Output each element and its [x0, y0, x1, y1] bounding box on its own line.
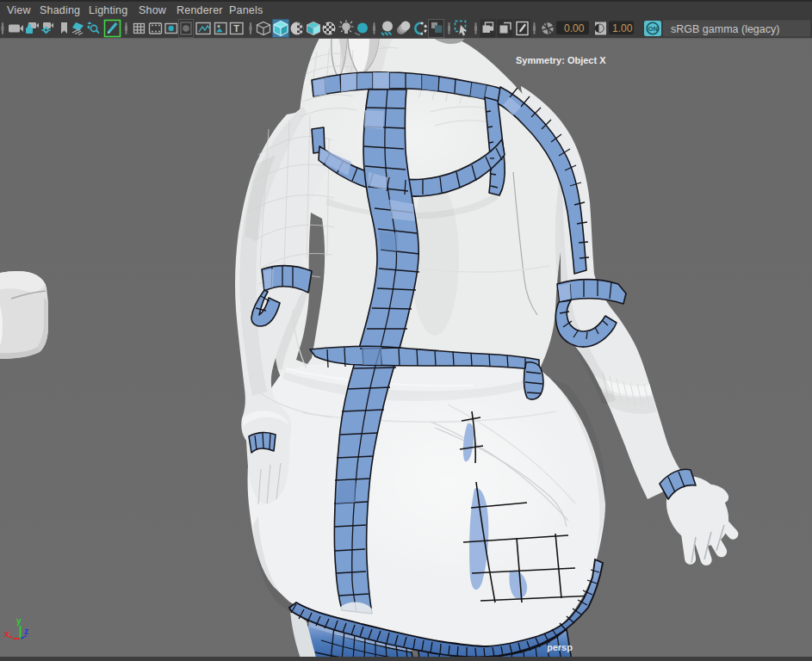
- svg-text:y: y: [16, 616, 22, 626]
- svg-text:ON: ON: [648, 25, 658, 33]
- svg-text:1.00: 1.00: [612, 22, 633, 34]
- svg-text:T: T: [233, 23, 239, 34]
- svg-text:x: x: [4, 629, 9, 639]
- svg-text:z: z: [24, 627, 28, 636]
- svg-text:sRGB gamma (legacy): sRGB gamma (legacy): [671, 23, 779, 35]
- svg-text:0.00: 0.00: [564, 22, 585, 34]
